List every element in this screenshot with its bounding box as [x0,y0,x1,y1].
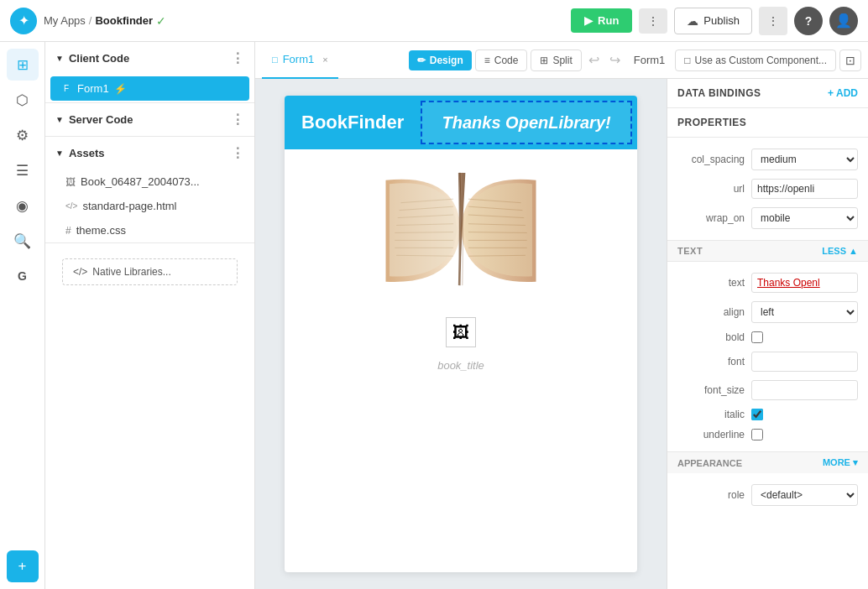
form-icon: F [60,83,72,94]
selected-text-component[interactable]: Thanks OpenLibrary! [421,101,632,144]
iconbar-item-database[interactable]: ⬡ [7,84,39,116]
native-libraries-button[interactable]: </> Native Libraries... [62,258,238,285]
prop-bold-value[interactable] [751,331,858,343]
split-mode-button[interactable]: ⊞ Split [531,50,581,71]
prop-font: font [667,347,868,376]
app-logo[interactable]: ✦ [10,8,37,34]
prop-align-value[interactable]: leftcenterright [751,301,858,323]
asset-image-name: Book_06487_2004073... [81,175,200,188]
icon-bar: ⊞ ⬡ ⚙ ☰ ◉ 🔍 G + [0,42,45,589]
appearance-label: APPEARANCE [677,458,742,468]
server-code-header[interactable]: ▼ Server Code ⋮ [45,103,254,136]
font-size-input[interactable] [751,380,858,400]
appearance-section-divider: APPEARANCE MORE ▾ [667,451,868,473]
book-image-area [285,149,637,309]
assets-section: ▼ Assets ⋮ 🖼 Book_06487_2004073... </> s… [45,137,254,243]
client-code-header[interactable]: ▼ Client Code ⋮ [45,42,254,75]
add-binding-button[interactable]: + ADD [828,87,858,99]
image-icon: 🖼 [452,323,469,342]
text-input[interactable] [751,273,858,293]
editor-body: BookFinder Thanks OpenLibrary! [255,79,868,589]
prop-url-value[interactable] [751,179,858,199]
tab-close-icon[interactable]: × [322,55,327,65]
text-less-button[interactable]: LESS ▲ [822,246,858,256]
more-button[interactable]: MORE ▾ [823,457,858,468]
asset-css-name: theme.css [76,224,126,237]
col-spacing-select[interactable]: mediumsmalllarge [751,149,858,170]
bold-checkbox[interactable] [751,331,763,343]
prop-col-spacing-value[interactable]: mediumsmalllarge [751,149,858,170]
custom-component-label: Use as Custom Component... [695,55,827,66]
tab-label: Form1 [283,53,315,65]
prop-underline-value[interactable] [751,429,858,440]
italic-checkbox[interactable] [751,409,763,420]
design-mode-button[interactable]: ✏ Design [409,50,472,70]
form-name-display: Form1 [627,54,672,66]
wrap-on-select[interactable]: mobiletabletdesktop [751,207,858,229]
run-button[interactable]: ▶ Run [571,8,632,33]
iconbar-item-list[interactable]: ☰ [7,154,39,186]
native-libraries-label: Native Libraries... [92,266,170,278]
server-code-menu-icon[interactable]: ⋮ [231,112,244,128]
code-icon: ≡ [484,55,490,66]
role-select[interactable]: <default>primarysecondary [751,484,858,506]
prop-font-label: font [677,356,745,367]
assets-header[interactable]: ▼ Assets ⋮ [45,137,254,169]
iconbar-item-add[interactable]: + [7,550,39,582]
layout-toggle-button[interactable]: ⊡ [839,50,861,71]
publish-menu-button[interactable]: ⋮ [759,7,787,35]
iconbar-item-search[interactable]: 🔍 [7,225,39,257]
breadcrumb: My Apps / Bookfinder ✓ [44,14,166,28]
image-placeholder-row: 🖼 [285,309,637,356]
code-mode-button[interactable]: ≡ Code [475,50,528,71]
design-label: Design [430,55,463,66]
publish-button[interactable]: ☁ Publish [674,8,752,34]
url-input[interactable] [751,179,858,199]
font-input[interactable] [751,352,858,372]
tab-form1[interactable]: □ Form1 × [262,42,338,79]
client-code-menu-icon[interactable]: ⋮ [231,50,244,66]
underline-checkbox[interactable] [751,429,763,440]
iconbar-item-settings[interactable]: ⚙ [7,119,39,151]
prop-role: role <default>primarysecondary [667,480,868,510]
breadcrumb-app-link[interactable]: My Apps [44,14,86,27]
prop-role-value[interactable]: <default>primarysecondary [751,484,858,506]
css-file-icon: # [65,225,71,237]
prop-italic-value[interactable] [751,409,858,420]
design-icon: ✏ [417,55,426,66]
prop-text-value[interactable] [751,273,858,293]
appearance-properties-section: role <default>primarysecondary [667,473,868,517]
asset-item-html[interactable]: </> standard-page.html [45,194,254,218]
asset-item-css[interactable]: # theme.css [45,218,254,242]
user-avatar[interactable]: 👤 [829,7,858,35]
iconbar-item-paint[interactable]: ◉ [7,190,39,222]
align-select[interactable]: leftcenterright [751,301,858,323]
iconbar-item-grid[interactable]: ⊞ [7,49,39,81]
sidebar-item-form1[interactable]: F Form1 ⚡ [50,76,249,101]
prop-font-size-value[interactable] [751,380,858,400]
image-component-icon[interactable]: 🖼 [446,317,476,347]
assets-menu-icon[interactable]: ⋮ [231,145,244,161]
header-thanks-text: Thanks OpenLibrary! [432,107,621,139]
text-section-divider: TEXT LESS ▲ [667,240,868,262]
assets-label: Assets [69,147,105,159]
book-title-caption: book_title [285,356,637,382]
iconbar-item-google[interactable]: G [7,260,39,292]
prop-font-value[interactable] [751,352,858,372]
prop-col-spacing-label: col_spacing [677,154,745,165]
canvas-area[interactable]: BookFinder Thanks OpenLibrary! [255,79,667,589]
custom-component-button[interactable]: □ Use as Custom Component... [675,50,836,71]
redo-button[interactable]: ↪ [606,49,624,71]
run-label: Run [598,14,619,27]
prop-wrap-on-value[interactable]: mobiletabletdesktop [751,207,858,229]
chevron-down-icon: ▼ [55,54,64,63]
undo-button[interactable]: ↩ [585,49,603,71]
asset-html-name: standard-page.html [82,200,176,212]
asset-item-image[interactable]: 🖼 Book_06487_2004073... [45,169,254,194]
server-code-label: Server Code [69,113,133,126]
prop-italic: italic [667,404,868,425]
form-canvas: BookFinder Thanks OpenLibrary! [285,96,637,572]
help-button[interactable]: ? [794,7,823,35]
data-bindings-label: DATA BINDINGS [677,87,761,99]
run-menu-button[interactable]: ⋮ [639,8,667,34]
